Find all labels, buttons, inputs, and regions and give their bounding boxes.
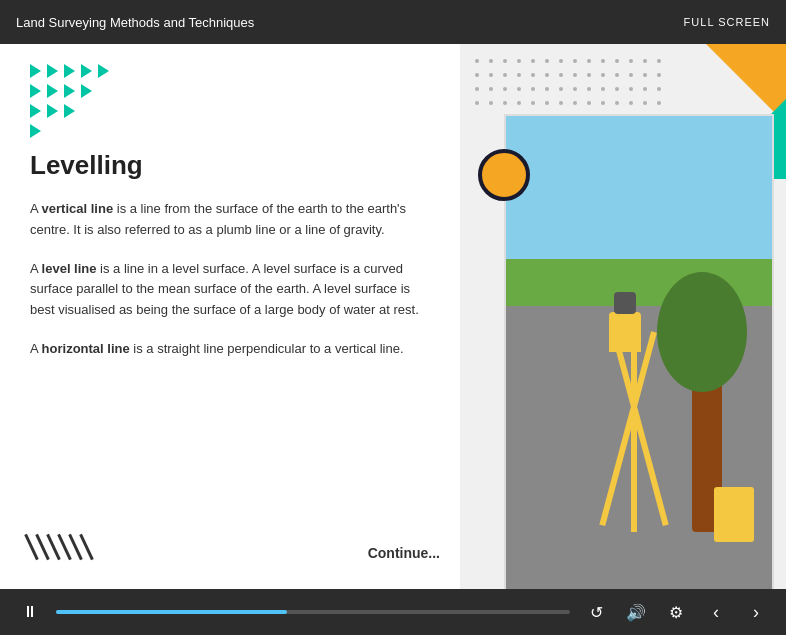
arrow-tri: [64, 64, 75, 78]
dot: [475, 87, 479, 91]
dot: [657, 101, 661, 105]
dot: [643, 59, 647, 63]
dot: [615, 87, 619, 91]
arrow-tri: [98, 64, 109, 78]
yellow-case: [714, 487, 754, 542]
arrow-tri: [64, 84, 75, 98]
arrow-tri: [81, 84, 92, 98]
dot: [643, 87, 647, 91]
settings-button[interactable]: ⚙: [662, 598, 690, 626]
continue-button[interactable]: Continue...: [368, 545, 440, 561]
paragraph-3-text: is a straight line perpendicular to a ve…: [130, 341, 404, 356]
arrow-tri: [47, 84, 58, 98]
dot: [601, 87, 605, 91]
dot: [475, 73, 479, 77]
right-panel: // Generate dots document.addEventListen…: [460, 44, 786, 589]
paragraph-2-prefix: A: [30, 261, 42, 276]
dot: [503, 59, 507, 63]
dot: [657, 87, 661, 91]
arrow-row-3: [30, 104, 430, 118]
dot: [531, 59, 535, 63]
bottom-bar: ⏸ ↺ 🔊 ⚙ ‹ ›: [0, 589, 786, 635]
dot: [601, 73, 605, 77]
arrow-row-4: [30, 124, 430, 138]
survey-instrument: [614, 292, 636, 314]
dot: [573, 87, 577, 91]
dot: [629, 59, 633, 63]
dot: [559, 73, 563, 77]
arrow-tri: [47, 104, 58, 118]
dot-grid-decoration: // Generate dots document.addEventListen…: [470, 54, 666, 110]
progress-bar-fill: [56, 610, 287, 614]
prev-button[interactable]: ‹: [702, 598, 730, 626]
dot: [517, 101, 521, 105]
arrow-tri: [47, 64, 58, 78]
arrow-tri: [30, 104, 41, 118]
dot: [503, 87, 507, 91]
dot: [657, 73, 661, 77]
dot: [559, 59, 563, 63]
arrow-row-1: [30, 64, 430, 78]
dot: [587, 59, 591, 63]
paragraph-1: A vertical line is a line from the surfa…: [30, 199, 430, 241]
tripod-leg-right: [599, 331, 657, 526]
volume-button[interactable]: 🔊: [622, 598, 650, 626]
dot: [587, 87, 591, 91]
arrow-row-2: [30, 84, 430, 98]
course-title: Land Surveying Methods and Techniques: [16, 15, 254, 30]
dot: [629, 73, 633, 77]
arrow-tri: [30, 124, 41, 138]
dot: [587, 101, 591, 105]
survey-image: [504, 114, 774, 589]
dot: [489, 101, 493, 105]
dot: [573, 73, 577, 77]
dot: [517, 73, 521, 77]
term-horizontal-line: horizontal line: [42, 341, 130, 356]
survey-photo-background: [506, 116, 772, 589]
next-button[interactable]: ›: [742, 598, 770, 626]
fullscreen-button[interactable]: FULL SCREEN: [684, 16, 770, 28]
dot: [545, 101, 549, 105]
progress-bar[interactable]: [56, 610, 570, 614]
dot: [573, 101, 577, 105]
tree-leaves: [657, 272, 747, 392]
dot: [559, 87, 563, 91]
dot: [517, 59, 521, 63]
dot: [517, 87, 521, 91]
term-vertical-line: vertical line: [42, 201, 114, 216]
dot: [573, 59, 577, 63]
arrow-tri: [81, 64, 92, 78]
dot: [545, 87, 549, 91]
dot: [503, 101, 507, 105]
dot: [489, 59, 493, 63]
dot: [489, 73, 493, 77]
dot: [503, 73, 507, 77]
paragraph-3-prefix: A: [30, 341, 42, 356]
dot: [531, 73, 535, 77]
dot: [643, 73, 647, 77]
dot: [587, 73, 591, 77]
play-pause-button[interactable]: ⏸: [16, 598, 44, 626]
dot: [545, 59, 549, 63]
tripod-leg-left: [611, 331, 669, 526]
arrow-tri: [64, 104, 75, 118]
paragraph-1-prefix: A: [30, 201, 42, 216]
tripod-head: [609, 312, 641, 352]
dot: [531, 101, 535, 105]
arrow-tri: [30, 64, 41, 78]
refresh-button[interactable]: ↺: [582, 598, 610, 626]
dot: [629, 101, 633, 105]
tripod-leg-center: [631, 332, 637, 532]
section-title: Levelling: [30, 150, 430, 181]
arrow-decoration: [30, 64, 430, 138]
dot: [657, 59, 661, 63]
dot: [629, 87, 633, 91]
dot: [545, 73, 549, 77]
paragraph-2: A level line is a line in a level surfac…: [30, 259, 430, 321]
term-level-line: level line: [42, 261, 97, 276]
dot: [643, 101, 647, 105]
top-bar: Land Surveying Methods and Techniques FU…: [0, 0, 786, 44]
paragraph-3: A horizontal line is a straight line per…: [30, 339, 430, 360]
dot: [601, 101, 605, 105]
left-panel: Levelling A vertical line is a line from…: [0, 44, 460, 589]
